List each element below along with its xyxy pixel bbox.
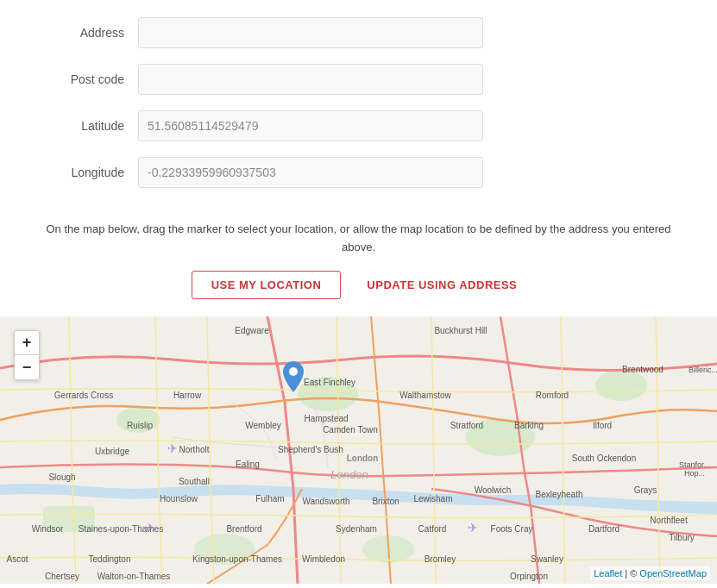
svg-text:Camden Town: Camden Town xyxy=(323,425,378,435)
postcode-row: Post code xyxy=(35,64,682,95)
svg-text:Brixton: Brixton xyxy=(372,497,399,506)
svg-text:Swanley: Swanley xyxy=(531,554,563,564)
svg-text:Fulham: Fulham xyxy=(255,494,284,504)
svg-text:Walthamstow: Walthamstow xyxy=(399,391,451,400)
use-location-button[interactable]: USE MY LOCATION xyxy=(192,271,342,299)
svg-text:Stratford: Stratford xyxy=(450,421,483,430)
svg-text:Southall: Southall xyxy=(179,477,210,486)
postcode-label: Post code xyxy=(35,72,138,86)
latitude-input[interactable] xyxy=(138,110,483,141)
svg-text:Harrow: Harrow xyxy=(173,391,202,400)
zoom-controls: + − xyxy=(14,330,40,380)
longitude-row: Longitude xyxy=(35,157,682,188)
svg-text:London: London xyxy=(330,468,368,481)
button-row: USE MY LOCATION UPDATE USING ADDRESS xyxy=(0,271,717,316)
longitude-input[interactable] xyxy=(138,157,483,188)
svg-text:Hop...: Hop... xyxy=(684,469,705,478)
svg-text:Teddington: Teddington xyxy=(89,554,131,564)
latitude-row: Latitude xyxy=(35,110,682,141)
update-address-button[interactable]: UPDATE USING ADDRESS xyxy=(358,271,525,299)
map-attribution: Leaflet | © OpenStreetMap xyxy=(590,566,710,580)
svg-text:Brentwood: Brentwood xyxy=(622,365,664,374)
svg-text:Woolwich: Woolwich xyxy=(475,485,512,495)
svg-text:Tilbury: Tilbury xyxy=(669,533,695,542)
svg-text:✈: ✈ xyxy=(468,521,478,535)
svg-text:Grays: Grays xyxy=(634,485,657,495)
svg-text:Northfleet: Northfleet xyxy=(650,516,688,525)
zoom-out-button[interactable]: − xyxy=(15,355,39,379)
svg-text:✈: ✈ xyxy=(167,441,178,455)
svg-text:Northolt: Northolt xyxy=(179,445,209,454)
svg-text:London: London xyxy=(347,454,379,463)
svg-text:Chertsey: Chertsey xyxy=(45,572,79,581)
svg-text:East Finchley: East Finchley xyxy=(304,378,355,387)
svg-text:Bexleyheath: Bexleyheath xyxy=(535,490,582,499)
svg-text:Kingston-upon-Thames: Kingston-upon-Thames xyxy=(192,554,282,564)
svg-text:Walton-on-Thames: Walton-on-Thames xyxy=(97,572,171,581)
latitude-label: Latitude xyxy=(35,119,138,133)
svg-text:Windsor: Windsor xyxy=(32,524,64,534)
svg-text:Foots Cray: Foots Cray xyxy=(491,524,533,534)
svg-text:Ealing: Ealing xyxy=(236,460,260,469)
svg-text:Shepherd's Bush: Shepherd's Bush xyxy=(278,445,343,454)
map-marker[interactable] xyxy=(283,361,304,392)
svg-text:Stanfor...: Stanfor... xyxy=(679,460,710,469)
svg-text:Barking: Barking xyxy=(514,421,544,430)
svg-text:Catford: Catford xyxy=(418,524,447,534)
svg-point-65 xyxy=(289,367,298,376)
svg-text:Uxbridge: Uxbridge xyxy=(95,447,129,456)
svg-text:Gerrards Cross: Gerrards Cross xyxy=(54,391,113,400)
svg-point-4 xyxy=(595,370,647,401)
svg-text:Orpington: Orpington xyxy=(510,572,548,581)
map-container[interactable]: Edgware Buckhurst Hill Gerrards Cross Ha… xyxy=(0,316,717,584)
postcode-input[interactable] xyxy=(138,64,483,95)
svg-text:Ruislip: Ruislip xyxy=(127,421,153,430)
zoom-in-button[interactable]: + xyxy=(15,331,39,355)
svg-text:Slough: Slough xyxy=(48,472,75,482)
svg-text:Ilford: Ilford xyxy=(593,421,612,430)
svg-text:Hampstead: Hampstead xyxy=(304,414,348,423)
map-svg: Edgware Buckhurst Hill Gerrards Cross Ha… xyxy=(0,316,717,584)
address-input[interactable] xyxy=(138,17,483,48)
leaflet-link[interactable]: Leaflet xyxy=(594,568,622,579)
info-text: On the map below, drag the marker to sel… xyxy=(0,212,717,271)
svg-text:Wimbledon: Wimbledon xyxy=(302,554,345,564)
address-label: Address xyxy=(35,26,138,40)
svg-text:Brentford: Brentford xyxy=(226,524,261,534)
svg-text:✈: ✈ xyxy=(145,521,155,535)
longitude-label: Longitude xyxy=(35,166,138,179)
svg-text:Billeric...: Billeric... xyxy=(689,366,717,374)
svg-text:South Ockendon: South Ockendon xyxy=(572,454,637,463)
svg-text:Buckhurst Hill: Buckhurst Hill xyxy=(434,326,487,335)
svg-text:Edgware: Edgware xyxy=(235,326,269,335)
svg-text:Dartford: Dartford xyxy=(588,524,620,534)
svg-text:Wandsworth: Wandsworth xyxy=(302,497,349,506)
svg-text:Romford: Romford xyxy=(536,391,569,400)
osm-link[interactable]: OpenStreetMap xyxy=(639,568,707,579)
svg-text:Sydenham: Sydenham xyxy=(336,524,377,534)
svg-text:Wembley: Wembley xyxy=(245,421,281,430)
form-section: Address Post code Latitude Longitude xyxy=(0,0,717,212)
svg-text:Bromley: Bromley xyxy=(425,554,456,564)
svg-text:Ascot: Ascot xyxy=(6,554,28,564)
svg-text:Hounslow: Hounslow xyxy=(160,494,198,504)
svg-text:Lewisham: Lewisham xyxy=(413,494,452,504)
address-row: Address xyxy=(35,17,682,48)
